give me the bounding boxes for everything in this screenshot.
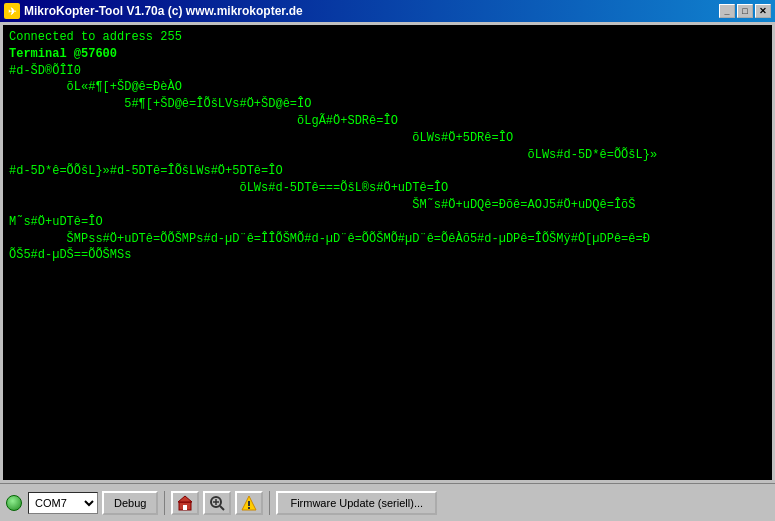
terminal-line: Terminal @57600: [9, 46, 766, 63]
terminal-line: M˜s#Ö+uDTê=ÎO: [9, 214, 766, 231]
titlebar: ✈ MikroKopter-Tool V1.70a (c) www.mikrok…: [0, 0, 775, 22]
zoom-button[interactable]: [203, 491, 231, 515]
terminal-line: õLWs#Ö+5DRê=ÎO: [9, 130, 766, 147]
terminal-output: Connected to address 255Terminal @57600#…: [3, 25, 772, 480]
svg-rect-8: [248, 501, 250, 506]
minimize-button[interactable]: _: [719, 4, 735, 18]
close-button[interactable]: ✕: [755, 4, 771, 18]
home-button[interactable]: [171, 491, 199, 515]
svg-marker-1: [178, 496, 192, 502]
warning-icon: [241, 495, 257, 511]
com-port-wrapper[interactable]: COM7COM1COM2COM3COM4COM5COM6COM8: [28, 492, 98, 514]
green-indicator: [6, 495, 22, 511]
statusbar: COM7COM1COM2COM3COM4COM5COM6COM8 Debug: [0, 483, 775, 521]
titlebar-controls[interactable]: _ □ ✕: [719, 4, 771, 18]
svg-line-4: [220, 506, 224, 510]
debug-button[interactable]: Debug: [102, 491, 158, 515]
terminal-line: õL«#¶[+ŠD@ê=ÐèÀO: [9, 79, 766, 96]
separator-1: [164, 491, 165, 515]
zoom-icon: [209, 495, 225, 511]
terminal-line: õLgÃ#Ö+SDRê=ÎO: [9, 113, 766, 130]
terminal-line: ÕŠ5#d-µDŠ==ÕÕŠMSs: [9, 247, 766, 264]
svg-rect-2: [183, 505, 187, 510]
com-port-select[interactable]: COM7COM1COM2COM3COM4COM5COM6COM8: [28, 492, 98, 514]
separator-2: [269, 491, 270, 515]
terminal-line: #d-ŠD®ÕÎÏ0: [9, 63, 766, 80]
svg-rect-9: [248, 507, 250, 509]
warning-button[interactable]: [235, 491, 263, 515]
terminal-line: ŠM˜s#Ö+uDQê=Ðõê=AOJ5#Ö+uDQê=ÎõŠ: [9, 197, 766, 214]
terminal-line: #d-5D*ê=ÕÕšL}»#d-5DTê=ÎÕšLWs#Ö+5DTê=ÎO: [9, 163, 766, 180]
terminal-line: õLWs#d-5DTê===ÕšL®s#Ö+uDTê=ÎO: [9, 180, 766, 197]
terminal-line: ŠMPss#Ö+uDTê=ÕÕŠMPs#d-µD¨ê=ÎÎÕŠMÕ#d-µD¨ê…: [9, 231, 766, 248]
window-content: Connected to address 255Terminal @57600#…: [0, 22, 775, 521]
app-icon: ✈: [4, 3, 20, 19]
firmware-update-button[interactable]: Firmware Update (seriell)...: [276, 491, 437, 515]
terminal-line: 5#¶[+ŠD@ê=ÎÕšLVs#Ö+ŠD@ê=ÎO: [9, 96, 766, 113]
titlebar-title: MikroKopter-Tool V1.70a (c) www.mikrokop…: [24, 4, 303, 18]
titlebar-left: ✈ MikroKopter-Tool V1.70a (c) www.mikrok…: [4, 3, 303, 19]
connection-status-icon: [4, 493, 24, 513]
terminal-line: Connected to address 255: [9, 29, 766, 46]
restore-button[interactable]: □: [737, 4, 753, 18]
home-icon: [177, 495, 193, 511]
terminal-line: õLWs#d-5D*ê=ÕÕšL}»: [9, 147, 766, 164]
